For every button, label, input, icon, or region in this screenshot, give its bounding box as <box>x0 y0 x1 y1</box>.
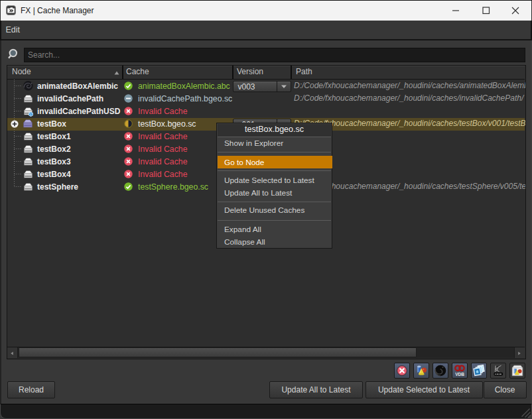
svg-text:VDB: VDB <box>455 372 464 377</box>
